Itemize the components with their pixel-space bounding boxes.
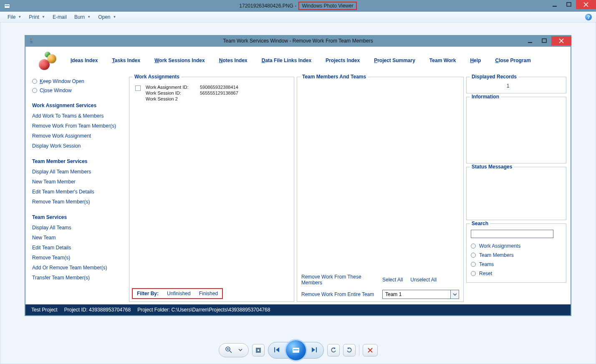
panel-title-status-messages: Status Messages (470, 164, 514, 170)
nav-team-work[interactable]: Team Work (429, 58, 456, 63)
outer-title-text: 172019263480426.PNG - Windows Photo View… (0, 2, 596, 10)
label-remove-members: Remove Work From These Members (301, 274, 377, 286)
radio-keep-window-open[interactable]: Keep Window Open (31, 77, 126, 86)
nav-close-program[interactable]: Close Program (495, 58, 530, 63)
slideshow-button[interactable] (286, 340, 306, 360)
menu-print[interactable]: Print▼ (25, 13, 48, 21)
link-add-remove-members[interactable]: Add Or Remove Team Member(s) (31, 263, 126, 273)
nav-work-sessions-index[interactable]: Work Sessions Index (154, 58, 205, 63)
section-team-member-services: Team Member Services (32, 158, 126, 164)
ws-id-value: 565555129138867 (200, 90, 238, 95)
prev-button[interactable] (273, 346, 282, 354)
work-assignment-list: Work Assignment ID: 590865932388414 Work… (129, 77, 294, 109)
link-unselect-all[interactable]: Unselect All (410, 277, 437, 283)
inner-close-button[interactable] (551, 36, 571, 45)
panel-displayed-records: Displayed Records 1 (466, 77, 566, 93)
svg-rect-16 (293, 349, 298, 350)
close-button[interactable] (576, 0, 596, 9)
filter-unfinished[interactable]: Unfinished (167, 291, 191, 296)
filter-finished[interactable]: Finished (199, 291, 218, 296)
nav-project-summary[interactable]: Project Summary (374, 58, 415, 63)
delete-button[interactable] (363, 344, 378, 356)
link-remove-work-assignment[interactable]: Remove Work Assignment (31, 131, 126, 141)
panel-information: Information (466, 97, 566, 163)
combo-dropdown-button[interactable] (450, 290, 459, 299)
svg-rect-13 (257, 349, 260, 351)
inner-window-controls (523, 36, 571, 45)
link-add-work[interactable]: Add Work To Teams & Members (31, 111, 126, 121)
link-new-member[interactable]: New Team Member (31, 177, 126, 187)
chevron-down-icon: ▼ (113, 15, 116, 19)
help-icon[interactable]: ? (585, 14, 592, 20)
panel-status-messages: Status Messages (466, 167, 566, 220)
nav-projects-index[interactable]: Projects Index (326, 58, 360, 63)
inner-title-text: Team Work Services Window - Remove Work … (25, 38, 571, 44)
zoom-icon[interactable] (225, 346, 232, 355)
nav-data-file-links-index[interactable]: Data File Links Index (262, 58, 311, 63)
radio-icon (471, 244, 476, 249)
panel-title-information: Information (470, 94, 501, 100)
panel-title-displayed-records: Displayed Records (470, 74, 518, 80)
photo-viewer-toolbar (0, 342, 596, 359)
link-select-all[interactable]: Select All (382, 277, 403, 283)
right-column: Displayed Records 1 Information Status M… (466, 77, 566, 302)
app-logo-icon (37, 51, 56, 70)
link-remove-team[interactable]: Remove Team(s) (31, 253, 126, 263)
wa-id-label: Work Assignment ID: (146, 85, 200, 90)
minimize-button[interactable] (548, 0, 562, 9)
status-project-name: Test Project (31, 307, 58, 313)
link-edit-member[interactable]: Edit Team Member's Details (31, 187, 126, 197)
displayed-records-value: 1 (471, 83, 545, 89)
checkbox[interactable] (135, 85, 141, 91)
fit-to-window-button[interactable] (252, 344, 265, 356)
photo-viewer-window: 172019263480426.PNG - Windows Photo View… (0, 0, 596, 364)
search-radio-team-members[interactable]: Team Members (471, 251, 562, 260)
chevron-down-icon[interactable] (238, 347, 242, 353)
radio-close-window[interactable]: Close Window (31, 86, 126, 95)
link-remove-member[interactable]: Remove Team Member(s) (31, 197, 126, 207)
team-select-input[interactable] (383, 290, 450, 299)
zoom-group (219, 343, 249, 357)
rotate-ccw-button[interactable] (327, 344, 340, 356)
menu-file[interactable]: File▼ (4, 13, 25, 21)
menu-email[interactable]: E-mail (49, 13, 70, 21)
panel-title-team-members: Team Members And Teams (301, 74, 368, 80)
team-select-combo[interactable] (382, 290, 459, 299)
work-assignment-item[interactable]: Work Assignment ID: 590865932388414 Work… (135, 85, 288, 101)
svg-rect-14 (274, 347, 275, 352)
work-assignment-details: Work Assignment ID: 590865932388414 Work… (146, 85, 238, 101)
nav-tasks-index[interactable]: Tasks Index (112, 58, 140, 63)
status-project-id: Project ID: 439388953704768 (64, 307, 131, 313)
menu-burn[interactable]: Burn▼ (71, 13, 94, 21)
link-new-team[interactable]: New Team (31, 233, 126, 243)
viewer-area: Team Work Services Window - Remove Work … (0, 23, 596, 364)
link-transfer-members[interactable]: Transfer Team Member(s) (31, 273, 126, 283)
chevron-down-icon: ▼ (18, 15, 21, 19)
panel-title-search: Search (470, 221, 490, 226)
nav-links: Ideas Index Tasks Index Work Sessions In… (71, 58, 531, 63)
link-display-all-members[interactable]: Display All Team Members (31, 167, 126, 177)
search-radio-work-assignments[interactable]: Work Assignments (471, 241, 562, 251)
search-radio-teams[interactable]: Teams (471, 260, 562, 269)
ws-name: Work Session 2 (146, 96, 200, 101)
title-filename: 172019263480426.PNG (239, 3, 293, 9)
nav-ideas-index[interactable]: Ideas Index (71, 58, 98, 63)
link-remove-work-members[interactable]: Remove Work From Team Member(s) (31, 121, 126, 131)
radio-icon (471, 271, 476, 276)
inner-minimize-button[interactable] (523, 36, 537, 45)
link-display-teams[interactable]: Display All Teams (31, 223, 126, 233)
maximize-button[interactable] (562, 0, 576, 9)
rotate-cw-button[interactable] (343, 344, 356, 356)
wa-id-value: 590865932388414 (200, 85, 238, 90)
search-radio-reset[interactable]: Reset (471, 269, 562, 278)
link-display-work-session[interactable]: Display Work Session (31, 141, 126, 151)
menu-open[interactable]: Open▼ (95, 13, 119, 21)
java-app-window: Team Work Services Window - Remove Work … (25, 35, 571, 316)
search-input[interactable] (471, 230, 553, 238)
nav-help[interactable]: Help (470, 58, 481, 63)
chevron-down-icon: ▼ (42, 15, 45, 19)
nav-notes-index[interactable]: Notes Index (219, 58, 247, 63)
inner-maximize-button[interactable] (537, 36, 551, 45)
next-button[interactable] (310, 346, 318, 354)
link-edit-team[interactable]: Edit Team Details (31, 243, 126, 253)
